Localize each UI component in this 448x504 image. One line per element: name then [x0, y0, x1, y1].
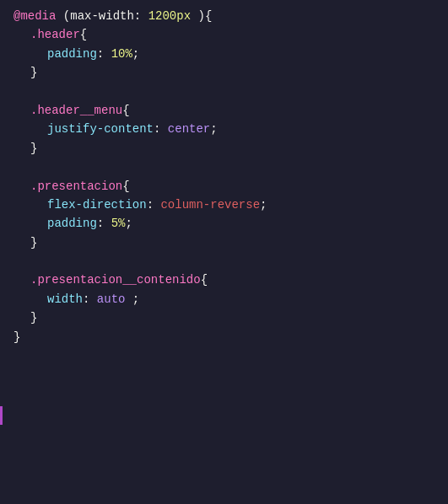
token-brace: { — [122, 101, 129, 120]
token-brace: { — [80, 25, 87, 44]
code-line: .header__menu{ — [13, 101, 448, 120]
token-prop: padding — [47, 45, 97, 63]
code-line: @media (max-width: 1200px ){ — [13, 7, 448, 25]
token-prop: padding — [47, 214, 97, 233]
token-semi: ; — [260, 196, 267, 214]
code-line: .presentacion{ — [13, 177, 448, 196]
code-line: } — [13, 328, 448, 346]
code-line: width: auto ; — [13, 290, 448, 308]
token-colon: : — [83, 290, 97, 308]
code-line: padding: 5%; — [13, 214, 448, 233]
token-brace: } — [30, 139, 37, 158]
token-media: @media — [13, 7, 56, 25]
active-line-indicator — [0, 406, 3, 425]
token-paren: ) — [191, 7, 205, 25]
token-brace: { — [205, 7, 212, 25]
code-line: } — [13, 308, 448, 327]
token-semi: ; — [125, 290, 139, 308]
token-paren: (max-width: — [56, 7, 148, 25]
token-val-num: 5% — [111, 214, 126, 233]
code-line — [13, 83, 448, 101]
token-colon: : — [97, 214, 111, 233]
token-val-str: center — [168, 120, 210, 138]
code-line: .presentacion__contenido{ — [13, 271, 448, 289]
code-line: flex-direction: column-reverse; — [13, 196, 448, 214]
token-brace: } — [30, 308, 37, 327]
token-brace: { — [122, 177, 129, 196]
code-line: justify-content: center; — [13, 120, 448, 138]
token-semi: ; — [132, 45, 139, 63]
code-line: .header{ — [13, 25, 448, 44]
code-line: } — [13, 233, 448, 252]
token-class: .header — [30, 25, 80, 44]
code-editor: @media (max-width: 1200px ){.header{padd… — [0, 0, 448, 504]
token-semi: ; — [125, 214, 132, 233]
token-colon: : — [147, 196, 161, 214]
token-brace: } — [30, 233, 37, 252]
code-line: } — [13, 139, 448, 158]
code-content[interactable]: @media (max-width: 1200px ){.header{padd… — [3, 0, 448, 504]
code-line — [13, 158, 448, 176]
token-class: .presentacion — [30, 177, 122, 196]
code-line — [13, 252, 448, 271]
token-colon: : — [154, 120, 168, 138]
token-val-str: auto — [97, 290, 126, 308]
token-class: .presentacion__contenido — [30, 271, 201, 289]
code-line: padding: 10%; — [13, 45, 448, 63]
token-prop: width — [47, 290, 83, 308]
code-line: } — [13, 63, 448, 82]
token-colon: : — [97, 45, 111, 63]
token-brace: } — [30, 63, 37, 82]
token-val-colrev: column-reverse — [160, 196, 260, 214]
token-brace: { — [201, 271, 208, 289]
token-class: .header__menu — [30, 101, 122, 120]
token-prop: flex-direction — [47, 196, 147, 214]
token-val-num: 10% — [111, 45, 132, 63]
token-brace: } — [13, 328, 20, 346]
token-semi: ; — [210, 120, 217, 138]
token-prop: justify-content — [47, 120, 154, 138]
token-val-num: 1200px — [148, 7, 191, 25]
